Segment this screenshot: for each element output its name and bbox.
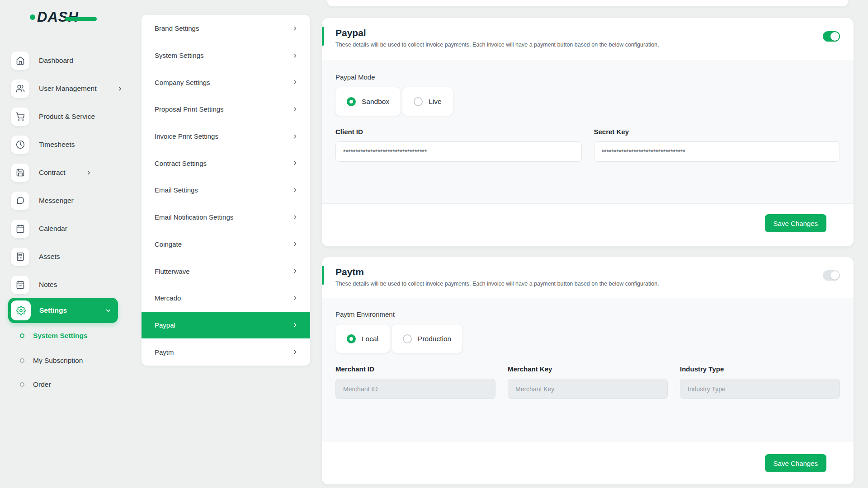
industry-type-input[interactable] [680, 379, 840, 399]
sidebar-item-product-service[interactable]: Product & Service [11, 107, 95, 126]
menu-item-label: Paytm [155, 348, 174, 356]
sidebar-subitem-label: My Subscription [33, 357, 83, 365]
client-id-input[interactable] [335, 141, 582, 162]
chevron-right-icon [292, 160, 298, 166]
menu-item-label: Contract Settings [155, 160, 207, 167]
menu-item-label: Email Notification Settings [155, 213, 233, 221]
settings-menu-item-paytm[interactable]: Paytm [142, 338, 310, 366]
paytm-title: Paytm [335, 266, 840, 278]
radio-checked-icon [347, 334, 356, 343]
settings-menu-item-mercado[interactable]: Mercado [142, 285, 310, 312]
sidebar-item-label: Contract [39, 169, 66, 177]
sidebar-item-label: Timesheets [39, 141, 75, 149]
sidebar-item-settings[interactable]: Settings [8, 298, 118, 323]
sidebar-subitem-label: System Settings [33, 332, 88, 340]
paypal-mode-live-option[interactable]: Live [402, 87, 453, 116]
settings-menu-item-contract-settings[interactable]: Contract Settings [142, 150, 310, 177]
paytm-card-body: Paytm Environment Local Production Merch… [322, 298, 854, 441]
settings-menu-item-email-settings[interactable]: Email Settings [142, 177, 310, 204]
client-id-label: Client ID [335, 128, 582, 136]
paypal-settings-card: Paypal These details will be used to col… [322, 18, 854, 246]
sidebar-item-calendar[interactable]: Calendar [11, 219, 67, 238]
sidebar-item-notes[interactable]: Notes [11, 275, 57, 294]
industry-type-field-group: Industry Type [680, 365, 840, 399]
paytm-save-button[interactable]: Save Changes [765, 454, 826, 472]
menu-item-label: Mercado [155, 294, 181, 302]
toggle-knob [830, 271, 839, 280]
app-logo: DASH [30, 10, 79, 24]
industry-type-label: Industry Type [680, 365, 840, 373]
sidebar-item-messenger[interactable]: Messenger [11, 191, 74, 210]
sidebar-item-contract[interactable]: Contract [11, 163, 92, 182]
paytm-environment-label: Paytm Environment [335, 310, 840, 318]
bullet-icon [20, 358, 24, 363]
users-icon [11, 80, 29, 98]
menu-item-label: Flutterwave [155, 267, 190, 275]
radio-option-label: Sandbox [362, 98, 389, 106]
chevron-right-icon [292, 268, 298, 274]
sidebar-subitem-system-settings[interactable]: System Settings [20, 330, 88, 342]
settings-menu-item-paypal[interactable]: Paypal [142, 312, 310, 339]
paypal-enabled-toggle[interactable] [823, 31, 840, 42]
chevron-right-icon [292, 295, 298, 301]
paytm-subtitle: These details will be used to collect in… [335, 281, 840, 287]
settings-menu-item-system-settings[interactable]: System Settings [142, 42, 310, 69]
paypal-title: Paypal [335, 27, 840, 39]
sidebar-item-dashboard[interactable]: Dashboard [11, 51, 73, 70]
client-id-field-group: Client ID [335, 128, 582, 162]
paypal-mode-sandbox-option[interactable]: Sandbox [335, 87, 401, 116]
chevron-right-icon [86, 170, 92, 176]
paytm-env-production-option[interactable]: Production [392, 324, 462, 353]
sidebar-subitem-my-subscription[interactable]: My Subscription [20, 355, 83, 366]
bullet-icon [20, 382, 24, 387]
radio-checked-icon [347, 97, 356, 106]
chevron-down-icon [105, 307, 112, 314]
paypal-card-body: Paypal Mode Sandbox Live Client ID Secre… [322, 61, 854, 204]
sidebar-item-label: Product & Service [39, 113, 95, 121]
sidebar-item-timesheets[interactable]: Timesheets [11, 135, 75, 154]
settings-menu-item-coingate[interactable]: Coingate [142, 231, 310, 258]
settings-menu-item-company-settings[interactable]: Company Settings [142, 69, 310, 96]
gear-icon [11, 300, 31, 320]
contract-icon [11, 164, 29, 182]
paytm-fields: Merchant ID Merchant Key Industry Type [335, 365, 840, 399]
chevron-right-icon [292, 241, 298, 247]
chevron-right-icon [292, 52, 298, 59]
logo-dot-icon [30, 14, 35, 20]
paytm-enabled-toggle[interactable] [823, 270, 840, 281]
paytm-env-local-option[interactable]: Local [335, 324, 390, 353]
menu-item-label: Proposal Print Settings [155, 105, 224, 113]
sidebar-item-label: User Management [39, 84, 97, 93]
secret-key-input[interactable] [594, 141, 840, 162]
menu-item-label: Company Settings [155, 79, 210, 86]
menu-item-label: Paypal [155, 321, 175, 329]
sidebar-item-assets[interactable]: Assets [11, 247, 60, 266]
sidebar-item-label: Messenger [39, 197, 74, 205]
toggle-knob [830, 32, 839, 41]
settings-menu-item-brand-settings[interactable]: Brand Settings [142, 15, 310, 42]
clock-icon [11, 136, 29, 154]
settings-menu-item-proposal-print-settings[interactable]: Proposal Print Settings [142, 96, 310, 123]
chevron-right-icon [292, 187, 298, 193]
logo-dash-icon [65, 17, 97, 21]
sidebar-item-label: Calendar [39, 225, 67, 233]
sidebar-item-user-management[interactable]: User Management [11, 79, 123, 98]
chevron-right-icon [117, 86, 123, 92]
merchant-id-input[interactable] [335, 379, 495, 399]
settings-menu-item-flutterwave[interactable]: Flutterwave [142, 258, 310, 285]
paytm-card-header: Paytm These details will be used to coll… [322, 257, 854, 298]
paypal-card-header: Paypal These details will be used to col… [322, 18, 854, 61]
paypal-save-button[interactable]: Save Changes [765, 214, 826, 232]
calculator-icon [11, 248, 29, 266]
cart-icon [11, 108, 29, 126]
settings-menu-item-email-notification-settings[interactable]: Email Notification Settings [142, 204, 310, 231]
radio-option-label: Local [362, 335, 378, 343]
settings-menu-item-invoice-print-settings[interactable]: Invoice Print Settings [142, 123, 310, 150]
paytm-environment-options: Local Production [335, 324, 840, 353]
paytm-settings-card: Paytm These details will be used to coll… [322, 257, 854, 484]
paytm-card-footer: Save Changes [322, 441, 854, 472]
sidebar-subitem-order[interactable]: Order [20, 379, 51, 390]
menu-item-label: Brand Settings [155, 24, 199, 32]
merchant-key-input[interactable] [508, 379, 668, 399]
sidebar-item-label: Assets [39, 253, 60, 261]
